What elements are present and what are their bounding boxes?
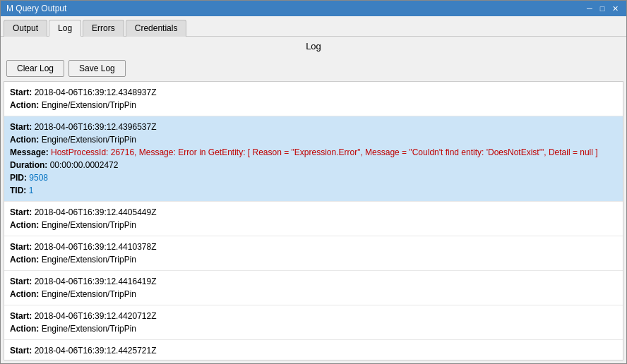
log-field-label: TID: (10, 186, 29, 195)
log-field-value: 2018-04-06T16:39:12.4416419Z (35, 277, 157, 286)
log-field-value: 00:00:00.0002472 (50, 160, 119, 170)
log-field-label: Action: (10, 135, 42, 145)
tab-log[interactable]: Log (49, 20, 81, 37)
title-bar: M Query Output ─ □ ✕ (1, 1, 626, 16)
log-field-label: PID: (10, 173, 29, 183)
close-button[interactable]: ✕ (609, 3, 621, 14)
log-field: Action: Engine/Extension/TripPin (10, 99, 617, 111)
log-field: Start: 2018-04-06T16:39:12.4348937Z (10, 86, 617, 99)
log-entry[interactable]: Start: 2018-04-06T16:39:12.4405449ZActio… (4, 202, 623, 236)
log-field-label: Action: (10, 289, 42, 299)
log-field: PID: 9508 (10, 171, 617, 184)
log-field-value: Engine/Extension/TripPin (42, 358, 136, 360)
log-title: Log (1, 37, 626, 56)
maximize-button[interactable]: □ (597, 3, 608, 14)
log-field-label: Duration: (10, 160, 50, 170)
log-field-value: Engine/Extension/TripPin (42, 100, 136, 110)
window-title: M Query Output (6, 4, 66, 13)
log-field-value: 2018-04-06T16:39:12.4425721Z (35, 346, 157, 356)
toolbar: Clear Log Save Log (1, 56, 626, 81)
log-entry[interactable]: Start: 2018-04-06T16:39:12.4348937ZActio… (4, 82, 623, 116)
log-field: Start: 2018-04-06T16:39:12.4410378Z (10, 241, 617, 253)
log-field: Action: Engine/Extension/TripPin (10, 357, 617, 360)
log-field-value: HostProcessId: 26716, Message: Error in … (51, 147, 598, 157)
log-field-label: Start: (10, 346, 35, 356)
log-container[interactable]: Start: 2018-04-06T16:39:12.4348937ZActio… (4, 81, 623, 360)
log-field-label: Start: (10, 277, 35, 286)
log-field-label: Start: (10, 122, 35, 132)
log-field: Action: Engine/Extension/TripPin (10, 322, 617, 335)
log-entry[interactable]: Start: 2018-04-06T16:39:12.4416419ZActio… (4, 271, 623, 305)
log-field-value: 2018-04-06T16:39:12.4348937Z (35, 87, 157, 97)
tab-bar: Output Log Errors Credentials (1, 16, 626, 37)
window-controls: ─ □ ✕ (584, 3, 621, 14)
log-field: Start: 2018-04-06T16:39:12.4396537Z (10, 121, 617, 133)
clear-log-button[interactable]: Clear Log (6, 60, 64, 77)
log-field-value: Engine/Extension/TripPin (42, 255, 136, 265)
log-field-value: Engine/Extension/TripPin (42, 289, 136, 299)
log-field: Action: Engine/Extension/TripPin (10, 133, 617, 146)
log-field-value: 9508 (29, 173, 48, 183)
tab-credentials[interactable]: Credentials (126, 20, 187, 37)
log-field-value: 1 (29, 186, 34, 195)
log-entry[interactable]: Start: 2018-04-06T16:39:12.4425721ZActio… (4, 340, 623, 360)
log-field: Action: Engine/Extension/TripPin (10, 219, 617, 231)
log-field-label: Start: (10, 242, 35, 252)
log-field: TID: 1 (10, 184, 617, 197)
log-field-label: Start: (10, 311, 35, 321)
log-field: Action: Engine/Extension/TripPin (10, 253, 617, 266)
save-log-button[interactable]: Save Log (68, 60, 126, 77)
log-field-label: Action: (10, 324, 42, 334)
log-field-label: Action: (10, 220, 42, 230)
log-field: Start: 2018-04-06T16:39:12.4420712Z (10, 310, 617, 322)
log-field-label: Start: (10, 87, 35, 97)
log-field-label: Action: (10, 358, 42, 360)
log-field: Start: 2018-04-06T16:39:12.4405449Z (10, 206, 617, 219)
log-field-label: Action: (10, 255, 42, 265)
content-area: Log Clear Log Save Log Start: 2018-04-06… (1, 37, 626, 363)
log-entry[interactable]: Start: 2018-04-06T16:39:12.4410378ZActio… (4, 236, 623, 271)
log-field-label: Start: (10, 207, 35, 217)
log-entry[interactable]: Start: 2018-04-06T16:39:12.4396537ZActio… (4, 116, 623, 202)
log-field-label: Action: (10, 100, 42, 110)
log-field-value: Engine/Extension/TripPin (42, 324, 136, 334)
log-field: Message: HostProcessId: 26716, Message: … (10, 146, 617, 159)
tab-output[interactable]: Output (4, 20, 47, 37)
log-field-value: Engine/Extension/TripPin (42, 220, 136, 230)
log-field-value: 2018-04-06T16:39:12.4420712Z (35, 311, 157, 321)
log-field: Duration: 00:00:00.0002472 (10, 159, 617, 171)
log-entry[interactable]: Start: 2018-04-06T16:39:12.4420712ZActio… (4, 305, 623, 340)
log-field: Start: 2018-04-06T16:39:12.4416419Z (10, 275, 617, 288)
log-field: Start: 2018-04-06T16:39:12.4425721Z (10, 344, 617, 357)
tab-errors[interactable]: Errors (83, 20, 124, 37)
main-window: M Query Output ─ □ ✕ Output Log Errors C… (0, 0, 627, 364)
log-field-value: 2018-04-06T16:39:12.4405449Z (35, 207, 157, 217)
log-field-value: Engine/Extension/TripPin (42, 135, 136, 145)
log-field-label: Message: (10, 147, 51, 157)
log-field-value: 2018-04-06T16:39:12.4410378Z (35, 242, 157, 252)
minimize-button[interactable]: ─ (584, 3, 595, 14)
log-field: Action: Engine/Extension/TripPin (10, 288, 617, 301)
log-field-value: 2018-04-06T16:39:12.4396537Z (35, 122, 157, 132)
